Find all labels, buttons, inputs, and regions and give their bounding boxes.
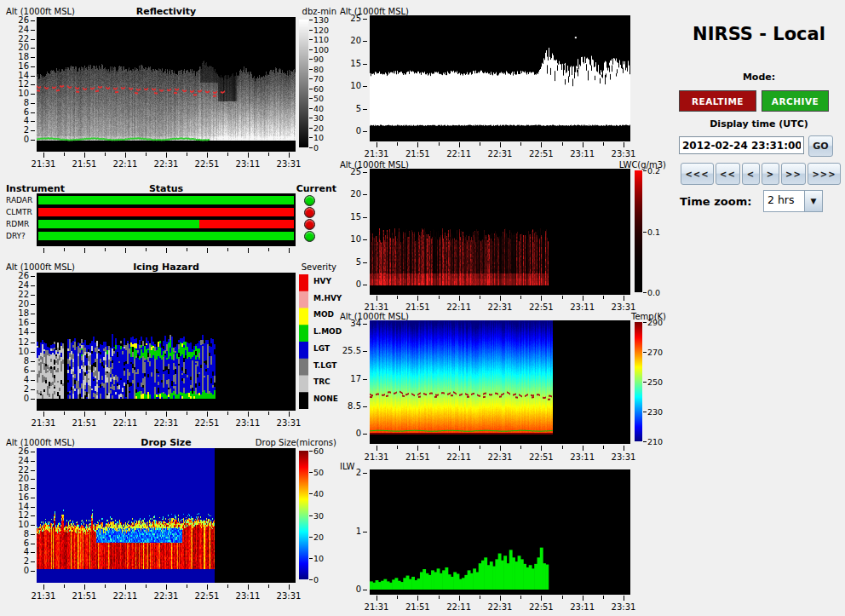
x-axis-tick <box>500 446 501 451</box>
y-axis-tick <box>31 314 35 314</box>
x-axis-tick <box>500 596 501 601</box>
x-axis-tick <box>84 248 85 253</box>
y-axis-tick <box>31 39 35 40</box>
y-axis-tick <box>363 19 367 20</box>
y-axis-tick-label: 26 <box>18 16 29 25</box>
drop-size-colorbar <box>299 451 308 579</box>
y-axis-tick-label: 2 <box>24 557 29 566</box>
colorbar-tick-label: 70 <box>313 75 324 83</box>
step-forward-small-button[interactable]: > <box>762 163 779 185</box>
step-back-fast-button[interactable]: <<< <box>681 163 714 185</box>
time-zoom-dropdown[interactable]: 2 hrs ▼ <box>763 190 823 212</box>
y-axis-tick-label: 24 <box>18 26 29 34</box>
x-axis-tick <box>227 412 228 415</box>
step-forward-fast-button[interactable]: >>> <box>808 163 841 185</box>
x-axis-tick-label: 23:31 <box>612 149 636 158</box>
y-axis-tick-label: 0 <box>24 394 29 403</box>
colorbar-tick-label: 40 <box>313 490 324 498</box>
x-axis-tick-label: 23:11 <box>236 159 261 169</box>
y-axis-tick <box>31 361 35 362</box>
y-axis-tick-label: 10 <box>18 89 29 98</box>
colorbar-tick <box>309 451 313 452</box>
x-axis-tick <box>562 446 563 449</box>
y-axis-tick-label: 26 <box>18 272 29 280</box>
y-axis-tick-label: 12 <box>18 338 29 347</box>
status-bar <box>38 208 294 216</box>
x-axis-tick <box>105 248 106 251</box>
y-axis-tick <box>31 103 35 104</box>
app-title: NIRSS - Local <box>673 24 845 44</box>
y-axis-tick-label: 10 <box>18 348 29 356</box>
x-axis-tick <box>583 596 583 601</box>
x-axis-tick <box>43 153 44 158</box>
status-bar <box>38 196 294 204</box>
colorbar-tick-label: 10 <box>313 134 324 142</box>
colorbar-tick <box>643 352 647 353</box>
x-axis-tick <box>268 412 269 415</box>
x-axis-tick <box>187 412 187 415</box>
y-axis-tick-label: 0 <box>356 585 361 594</box>
step-back-small-button[interactable]: < <box>742 163 760 185</box>
y-axis-tick <box>31 552 35 553</box>
colorbar-tick-label: 10 <box>313 555 324 563</box>
x-axis-tick <box>562 142 563 146</box>
step-back-button[interactable]: << <box>716 163 740 185</box>
y-axis-tick-label: 18 <box>18 309 29 318</box>
colorbar-tick-label: 120 <box>313 26 329 35</box>
x-axis-tick <box>146 584 147 588</box>
y-axis-tick-label: 14 <box>18 328 29 337</box>
x-axis-tick-label: 21:51 <box>72 159 97 169</box>
y-axis-tick-label: 20 <box>350 37 361 45</box>
x-axis-tick <box>583 446 583 451</box>
y-axis-tick-label: 20 <box>18 300 29 308</box>
drop-size-y-axis: 26242220181614121086420 <box>4 448 35 583</box>
y-axis-tick <box>31 112 35 113</box>
x-axis-tick <box>583 296 583 301</box>
y-axis-tick <box>31 498 35 498</box>
x-axis-tick <box>268 153 269 156</box>
x-axis-tick <box>377 296 377 301</box>
colorbar-tick-label: 20 <box>313 124 324 133</box>
x-axis-tick <box>480 142 480 146</box>
y-axis-tick <box>31 488 35 489</box>
x-axis-tick <box>377 142 377 147</box>
x-axis-tick-label: 22:31 <box>154 591 179 601</box>
y-axis-tick <box>31 276 35 277</box>
colorbar-tick <box>643 382 647 383</box>
y-axis-tick <box>363 86 367 87</box>
x-axis-tick-label: 21:31 <box>365 149 389 158</box>
y-axis-tick <box>363 194 367 195</box>
colorbar-tick-label: 90 <box>313 55 324 64</box>
colorbar-tick-label: 100 <box>313 46 329 55</box>
y-axis-tick-label: 0 <box>356 429 361 438</box>
x-axis-tick <box>397 446 398 449</box>
status-bar <box>38 232 294 240</box>
dropdown-arrow-icon[interactable]: ▼ <box>804 191 822 211</box>
x-axis-tick <box>624 296 624 301</box>
x-axis-tick <box>64 248 65 251</box>
x-axis-tick <box>520 446 521 449</box>
y-axis-tick-label: 2 <box>356 469 361 477</box>
x-axis-tick <box>500 296 501 301</box>
y-axis-tick <box>31 94 35 95</box>
status-row-label: RADAR <box>6 196 32 204</box>
colorbar-tick-label: 40 <box>313 105 324 113</box>
step-forward-button[interactable]: >> <box>781 163 806 185</box>
x-axis-tick <box>248 412 249 417</box>
y-axis-tick-label: 0 <box>356 127 361 135</box>
y-axis-tick-label: 17 <box>350 375 361 383</box>
x-axis-tick-label: 22:31 <box>154 159 179 169</box>
reflectivity-colorbar-ticks: 1301201101009080706050403020100 <box>309 20 336 147</box>
realtime-button[interactable]: REALTIME <box>679 90 756 112</box>
y-axis-tick-label: 2 <box>24 385 29 394</box>
y-axis-tick <box>31 352 35 353</box>
display-time-input[interactable] <box>679 136 804 154</box>
go-button[interactable]: GO <box>808 135 833 157</box>
archive-button[interactable]: ARCHIVE <box>762 90 829 112</box>
x-axis-tick-label: 23:31 <box>277 591 302 601</box>
x-axis-tick <box>459 142 460 147</box>
status-bar-segment <box>38 208 294 216</box>
y-axis-tick <box>31 399 35 400</box>
y-axis-tick <box>31 130 35 131</box>
x-axis-tick-label: 21:51 <box>405 149 430 158</box>
